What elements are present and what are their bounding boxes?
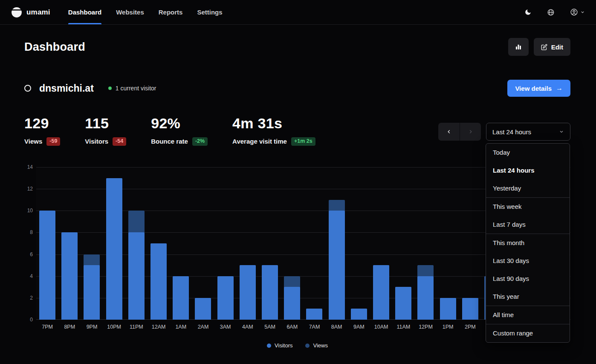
bar-group-10am[interactable] <box>370 167 392 320</box>
bar-group-7pm[interactable] <box>36 167 58 320</box>
x-axis-label: 7AM <box>303 324 325 330</box>
visitors-bar <box>417 276 434 320</box>
legend-label: Views <box>313 342 327 349</box>
bar-group-9pm[interactable] <box>81 167 103 320</box>
nav-item-settings[interactable]: Settings <box>197 0 222 24</box>
visitors-bar <box>329 211 345 320</box>
date-range-select[interactable]: Last 24 hours <box>486 123 570 141</box>
chevron-right-icon <box>468 129 474 135</box>
menu-item-last-7-days[interactable]: Last 7 days <box>486 216 570 234</box>
umami-dashboard: umami DashboardWebsitesReportsSettings <box>0 0 596 364</box>
bar-group-12pm[interactable] <box>414 167 437 320</box>
edit-button-label: Edit <box>551 43 563 51</box>
main-nav: DashboardWebsitesReportsSettings <box>68 0 223 24</box>
legend-item-views[interactable]: Views <box>305 342 327 349</box>
chevron-down-icon <box>580 10 585 14</box>
bar-group-8am[interactable] <box>326 167 348 320</box>
active-visitors[interactable]: 1 current visitor <box>108 85 156 92</box>
menu-group: All time <box>486 306 570 324</box>
legend-item-visitors[interactable]: Visitors <box>267 342 292 349</box>
x-axis-label: 2AM <box>192 324 214 330</box>
x-axis-label: 11AM <box>392 324 414 330</box>
bar-group-6am[interactable] <box>281 167 303 320</box>
nav-item-dashboard[interactable]: Dashboard <box>68 0 101 24</box>
theme-toggle-button[interactable] <box>524 9 532 16</box>
metric-label-row: Average visit time+1m 2s <box>232 137 315 146</box>
bar-group-5am[interactable] <box>259 167 281 320</box>
prev-period-button[interactable] <box>438 123 460 141</box>
legend-dot-icon <box>305 344 310 348</box>
nav-item-websites[interactable]: Websites <box>116 0 144 24</box>
menu-item-yesterday[interactable]: Yesterday <box>486 179 570 197</box>
visitors-bar <box>240 265 256 320</box>
nav-item-reports[interactable]: Reports <box>159 0 183 24</box>
metric-label-row: Visitors-54 <box>85 137 126 146</box>
bar-group-11am[interactable] <box>392 167 414 320</box>
bar-group-8pm[interactable] <box>58 167 81 320</box>
visitors-bar <box>262 265 278 320</box>
menu-item-this-week[interactable]: This week <box>486 198 570 216</box>
menu-item-custom-range[interactable]: Custom range <box>486 324 570 342</box>
bar-group-11pm[interactable] <box>125 167 148 320</box>
metric-label-row: Bounce rate-2% <box>151 137 208 146</box>
chart-toggle-button[interactable] <box>508 38 529 56</box>
visitors-bar <box>173 276 189 320</box>
bar-group-3am[interactable] <box>214 167 237 320</box>
x-axis-label: 7PM <box>36 324 58 330</box>
website-favicon-icon <box>24 85 31 92</box>
x-axis-label: 10AM <box>370 324 392 330</box>
metric-value: 92% <box>151 115 208 132</box>
view-details-button[interactable]: View details → <box>507 80 570 97</box>
bar-group-1pm[interactable] <box>437 167 459 320</box>
x-axis-label: 9PM <box>81 324 103 330</box>
edit-button[interactable]: Edit <box>534 38 570 56</box>
x-axis-label: 1AM <box>170 324 192 330</box>
website-header: dnsmichi.at 1 current visitor View detai… <box>24 78 570 98</box>
menu-item-this-month[interactable]: This month <box>486 234 570 252</box>
moon-icon <box>524 9 532 16</box>
menu-item-last-90-days[interactable]: Last 90 days <box>486 270 570 288</box>
metric-value: 115 <box>85 115 126 132</box>
bar-group-12am[interactable] <box>148 167 170 320</box>
bar-group-2pm[interactable] <box>459 167 481 320</box>
bar-group-7am[interactable] <box>303 167 325 320</box>
umami-logo[interactable]: umami <box>11 0 50 24</box>
menu-item-this-year[interactable]: This year <box>486 288 570 306</box>
visitors-bar <box>462 298 478 320</box>
bar-group-2am[interactable] <box>192 167 214 320</box>
x-axis-label: 1PM <box>437 324 459 330</box>
x-axis-label: 2PM <box>459 324 481 330</box>
bar-group-1am[interactable] <box>170 167 192 320</box>
bar-group-4am[interactable] <box>237 167 259 320</box>
menu-item-last-30-days[interactable]: Last 30 days <box>486 252 570 270</box>
navbar-actions <box>524 0 585 24</box>
metric-change-badge: -59 <box>46 137 60 146</box>
visitors-bar <box>284 287 300 320</box>
x-axis-label: 3AM <box>214 324 237 330</box>
visitors-bar <box>195 298 211 320</box>
y-axis-label: 2 <box>24 295 33 301</box>
menu-item-last-24-hours[interactable]: Last 24 hours <box>486 162 570 179</box>
profile-icon <box>570 8 578 16</box>
menu-group: TodayLast 24 hoursYesterday <box>486 144 570 197</box>
y-axis-label: 4 <box>24 273 33 279</box>
metric-bounce-rate: 92%Bounce rate-2% <box>151 115 208 146</box>
metric-change-badge: -2% <box>192 137 208 146</box>
y-axis-label: 12 <box>24 186 33 192</box>
chart-legend: VisitorsViews <box>24 342 570 349</box>
metric-change-badge: +1m 2s <box>291 137 315 146</box>
language-button[interactable] <box>547 9 555 16</box>
globe-icon <box>547 9 555 16</box>
next-period-button[interactable] <box>460 123 481 141</box>
metric-label-row: Views-59 <box>24 137 60 146</box>
bar-group-10pm[interactable] <box>103 167 125 320</box>
menu-item-today[interactable]: Today <box>486 144 570 162</box>
x-axis-label: 8PM <box>58 324 81 330</box>
visitors-bar <box>351 309 367 320</box>
bar-chart-icon <box>515 43 522 50</box>
x-axis-label: 4AM <box>237 324 259 330</box>
profile-menu-button[interactable] <box>570 8 585 16</box>
bar-group-9am[interactable] <box>348 167 370 320</box>
menu-item-all-time[interactable]: All time <box>486 306 570 324</box>
top-navbar: umami DashboardWebsitesReportsSettings <box>0 0 596 25</box>
